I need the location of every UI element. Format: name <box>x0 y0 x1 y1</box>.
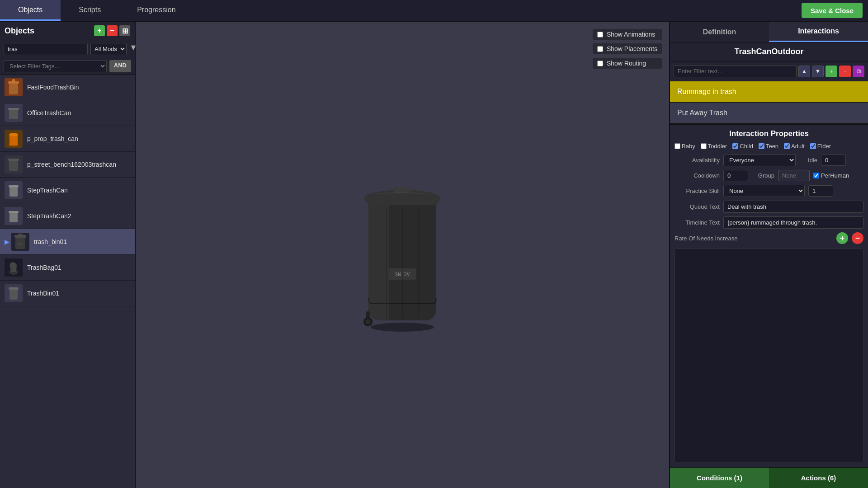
per-human-label: PerHuman <box>821 172 849 179</box>
interaction-properties: Interaction Properties Baby Toddler Chil… <box>670 124 868 467</box>
right-bottom-bar: Conditions (1) Actions (6) <box>670 467 868 488</box>
search-input[interactable] <box>4 43 88 55</box>
add-interaction-button[interactable]: + <box>826 66 837 77</box>
viewport-controls: Show Animations Show Placements Show Rou… <box>593 29 662 69</box>
filter-tags-select[interactable]: Select Filter Tags... <box>4 60 107 72</box>
practice-skill-num-input[interactable] <box>808 185 833 197</box>
adult-checkbox[interactable] <box>784 143 790 149</box>
conditions-button[interactable]: Conditions (1) <box>670 468 769 488</box>
practice-skill-select[interactable]: None <box>723 185 805 197</box>
show-animations-row: Show Animations <box>593 29 662 40</box>
age-toddler-check[interactable]: Toddler <box>701 143 727 150</box>
trash-model-area: SN 3V <box>136 22 669 488</box>
svg-rect-4 <box>8 108 19 110</box>
age-child-check[interactable]: Child <box>732 143 753 150</box>
tab-interactions[interactable]: Interactions <box>769 22 868 42</box>
svg-rect-3 <box>9 109 18 119</box>
age-teen-check[interactable]: Teen <box>759 143 778 150</box>
save-close-button[interactable]: Save & Close <box>802 3 863 18</box>
left-panel-title: Objects <box>5 26 34 36</box>
svg-rect-11 <box>9 185 19 188</box>
nav-up-button[interactable]: ▲ <box>798 66 810 77</box>
tab-scripts[interactable]: Scripts <box>61 0 119 21</box>
svg-rect-17 <box>19 244 22 244</box>
filter-tags-row: Select Filter Tags... AND <box>0 58 135 75</box>
copy-interaction-button[interactable]: ⧉ <box>853 66 864 77</box>
object-name: trash_bin01 <box>34 238 67 245</box>
object-icon <box>5 284 23 302</box>
add-object-button[interactable]: + <box>94 25 105 36</box>
actions-button[interactable]: Actions (6) <box>769 468 868 488</box>
right-filter-row: ▲ ▼ + − ⧉ <box>670 61 868 81</box>
nav-down-button[interactable]: ▼ <box>812 66 824 77</box>
list-item[interactable]: StepTrashCan2 <box>0 203 135 229</box>
show-placements-checkbox[interactable] <box>597 46 603 52</box>
object-icon <box>5 155 23 174</box>
availability-label: Availability <box>675 157 720 164</box>
object-name: p_prop_trash_can <box>27 135 78 142</box>
object-icon <box>5 258 23 277</box>
group-label: Group <box>752 172 774 179</box>
svg-rect-14 <box>15 236 25 249</box>
grid-view-button[interactable]: ⊞ <box>119 25 130 36</box>
object-name: p_street_bench162003trashcan <box>27 161 116 168</box>
needs-minus-button[interactable]: − <box>852 232 863 244</box>
cooldown-row: Cooldown Group PerHuman <box>675 170 863 181</box>
object-icon <box>5 78 23 96</box>
svg-rect-16 <box>18 234 23 236</box>
timeline-text-input[interactable] <box>723 216 863 229</box>
mods-select[interactable]: All Mods <box>90 43 127 55</box>
list-item[interactable]: StepTrashCan <box>0 178 135 203</box>
group-input[interactable] <box>778 170 810 181</box>
svg-rect-9 <box>8 159 19 161</box>
availability-row: Availability Everyone Residents Only Vis… <box>675 154 863 166</box>
list-item[interactable]: p_prop_trash_can <box>0 126 135 152</box>
show-animations-checkbox[interactable] <box>597 32 603 38</box>
per-human-check[interactable]: PerHuman <box>813 172 849 179</box>
list-item[interactable]: OfficeTrashCan <box>0 100 135 126</box>
object-icon <box>5 181 23 199</box>
cooldown-input[interactable] <box>723 170 748 181</box>
cooldown-label: Cooldown <box>675 172 720 179</box>
list-item[interactable]: p_street_bench162003trashcan <box>0 152 135 178</box>
child-checkbox[interactable] <box>732 143 738 149</box>
object-name: TrashBin01 <box>27 290 59 297</box>
remove-interaction-button[interactable]: − <box>839 66 851 77</box>
list-item[interactable]: FastFoodTrashBin <box>0 75 135 100</box>
toddler-checkbox[interactable] <box>701 143 707 149</box>
tab-definition[interactable]: Definition <box>670 22 769 42</box>
list-item[interactable]: TrashBag01 <box>0 255 135 281</box>
object-name: StepTrashCan2 <box>27 212 71 220</box>
list-item-selected[interactable]: ▶ trash_bin01 <box>0 229 135 255</box>
svg-rect-2 <box>12 79 15 82</box>
right-panel: Definition Interactions TrashCanOutdoor … <box>669 22 868 488</box>
queue-text-label: Queue Text <box>675 203 720 210</box>
teen-checkbox[interactable] <box>759 143 764 149</box>
main-layout: Objects + − ⊞ All Mods ▼ Select Filter T… <box>0 22 868 488</box>
object-name: OfficeTrashCan <box>27 109 71 117</box>
queue-text-input[interactable] <box>723 201 863 213</box>
right-panel-tabs: Definition Interactions <box>670 22 868 42</box>
elder-checkbox[interactable] <box>810 143 816 149</box>
tab-progression[interactable]: Progression <box>119 0 193 21</box>
idle-input[interactable] <box>821 155 846 166</box>
practice-skill-row: Practice Skill None <box>675 185 863 197</box>
baby-checkbox[interactable] <box>675 143 680 149</box>
needs-plus-button[interactable]: + <box>836 232 848 244</box>
remove-object-button[interactable]: − <box>107 25 118 36</box>
interaction-item-rummage[interactable]: Rummage in trash <box>670 81 868 103</box>
show-routing-checkbox[interactable] <box>597 61 603 66</box>
svg-rect-12 <box>9 212 18 222</box>
age-baby-check[interactable]: Baby <box>675 143 695 150</box>
svg-rect-20 <box>9 287 19 290</box>
age-adult-check[interactable]: Adult <box>784 143 805 150</box>
timeline-text-label: Timeline Text <box>675 219 720 226</box>
object-icon <box>11 233 29 251</box>
availability-select[interactable]: Everyone Residents Only Visitors Only <box>723 154 796 166</box>
list-item[interactable]: TrashBin01 <box>0 281 135 306</box>
tab-objects[interactable]: Objects <box>0 0 61 21</box>
age-elder-check[interactable]: Elder <box>810 143 831 150</box>
interaction-filter-input[interactable] <box>674 65 797 77</box>
interaction-item-putaway[interactable]: Put Away Trash <box>670 103 868 124</box>
per-human-checkbox[interactable] <box>813 173 819 178</box>
